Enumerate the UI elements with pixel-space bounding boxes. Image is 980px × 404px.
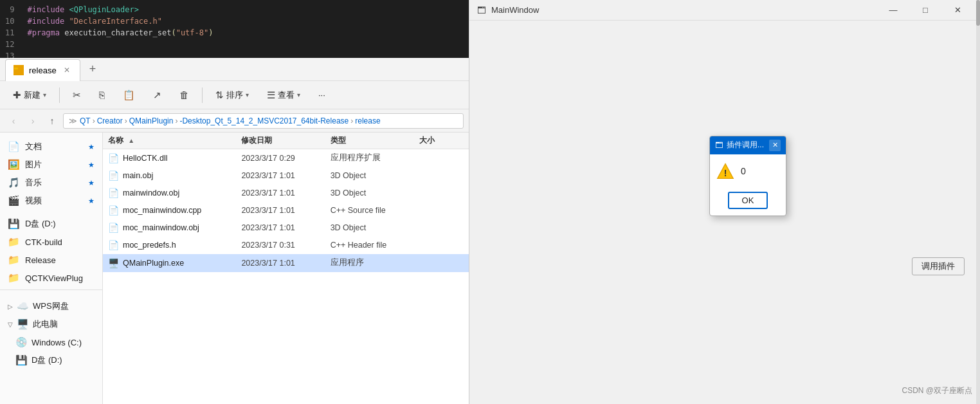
new-button[interactable]: ✚ 新建 ▾ (8, 87, 51, 104)
qa-pictures[interactable]: 🖼️ 图片 ★ (0, 156, 102, 174)
file-icon-dll: 📄 (108, 153, 119, 163)
dialog-message: 0 (741, 166, 746, 176)
sort-icon: ⇅ (215, 89, 224, 101)
copy-button[interactable]: ⎘ (94, 87, 110, 103)
expand-icon: ▷ (8, 303, 13, 310)
svg-text:!: ! (724, 168, 727, 178)
scrollbar-thumb[interactable] (976, 0, 980, 26)
pin-icon-3: ★ (88, 179, 95, 187)
file-row-helloctkdll[interactable]: 📄 HelloCTK.dll 2023/3/17 0:29 应用程序扩展 (103, 149, 469, 167)
tab-add-btn[interactable]: + (86, 62, 100, 76)
expand-icon-2: ▽ (8, 321, 13, 328)
nav-back-btn[interactable]: ‹ (5, 113, 22, 129)
disk-c-icon: 💿 (15, 336, 28, 348)
breadcrumb-icon: ≫ (69, 116, 77, 125)
separator-1 (59, 87, 60, 103)
video-icon: 🎬 (8, 195, 20, 207)
copy-icon: ⎘ (99, 89, 105, 100)
chevron-down-icon-2: ▾ (246, 91, 249, 98)
breadcrumb-sep-3: › (175, 116, 177, 125)
file-list: 名称 ▲ 修改日期 类型 大小 📄 HelloCTK.dll 2023/3/17… (103, 133, 469, 404)
documents-icon: 📄 (8, 141, 20, 152)
qa-release[interactable]: 📁 Release (0, 251, 102, 269)
qa-videos[interactable]: 🎬 视频 ★ (0, 192, 102, 210)
delete-button[interactable]: 🗑 (174, 87, 194, 103)
col-header-name[interactable]: 名称 ▲ (108, 135, 241, 146)
address-bar[interactable]: ≫ QT › Creator › QMainPlugin › -Desktop_… (63, 113, 464, 129)
pictures-icon: 🖼️ (8, 159, 20, 170)
file-row-moc-cpp[interactable]: 📄 moc_mainwindow.cpp 2023/3/17 1:01 C++ … (103, 202, 469, 219)
cloud-icon: ☁️ (17, 300, 29, 312)
pc-icon: 🖥️ (17, 318, 29, 330)
qa-music[interactable]: 🎵 音乐 ★ (0, 174, 102, 192)
pin-icon-4: ★ (88, 197, 95, 205)
right-scrollbar[interactable] (976, 0, 980, 404)
pin-icon-2: ★ (88, 161, 95, 169)
file-icon-obj2: 📄 (108, 188, 119, 198)
qa-d-drive[interactable]: 💾 D盘 (D:) (0, 215, 102, 233)
qa-windows-c[interactable]: 💿 Windows (C:) (0, 333, 102, 351)
window-icon: 🗔 (477, 5, 486, 15)
qa-qctkview[interactable]: 📁 QCTKViewPlug (0, 269, 102, 287)
main-window-content: 🗔 插件调用... ✕ ! 0 OK 调用插件 (469, 21, 980, 404)
delete-icon: 🗑 (179, 89, 189, 100)
file-list-header: 名称 ▲ 修改日期 类型 大小 (103, 133, 469, 149)
nav-up-btn[interactable]: ↑ (44, 113, 60, 129)
code-content: #include <QPluginLoader> #include "Decla… (19, 0, 469, 58)
col-header-size[interactable]: 大小 (419, 135, 464, 146)
disk-d-icon: 💾 (15, 354, 28, 366)
main-window-titlebar: 🗔 MainWindow — □ ✕ (469, 0, 980, 21)
qa-wps-cloud[interactable]: ▷ ☁️ WPS网盘 (0, 297, 102, 315)
file-row-exe[interactable]: 🖥️ QMainPlugin.exe 2023/3/17 1:01 应用程序 (103, 254, 469, 272)
file-row-moc-obj[interactable]: 📄 moc_mainwindow.obj 2023/3/17 1:01 3D O… (103, 219, 469, 237)
col-header-date[interactable]: 修改日期 (241, 135, 330, 146)
folder-icon-release: 📁 (8, 254, 20, 266)
maximize-button[interactable]: □ (911, 0, 940, 21)
csdn-watermark: CSDN @双子座断点 (902, 385, 972, 396)
window-title-text: MainWindow (491, 5, 539, 15)
breadcrumb-creator[interactable]: Creator (97, 116, 123, 125)
nav-bar: ‹ › ↑ ≫ QT › Creator › QMainPlugin › -De… (0, 109, 469, 133)
window-controls: — □ ✕ (878, 0, 972, 21)
nav-forward-btn[interactable]: › (24, 113, 41, 129)
close-button[interactable]: ✕ (943, 0, 972, 21)
minimize-button[interactable]: — (878, 0, 908, 21)
window-title: 🗔 MainWindow (477, 5, 539, 15)
qa-this-pc[interactable]: ▽ 🖥️ 此电脑 (0, 315, 102, 333)
drive-icon: 💾 (8, 218, 20, 230)
folder-icon-qctk: 📁 (8, 272, 20, 284)
share-button[interactable]: ↗ (148, 87, 167, 104)
breadcrumb-plugin[interactable]: QMainPlugin (129, 116, 174, 125)
qa-d-drive-2[interactable]: 💾 D盘 (D:) (0, 351, 102, 369)
dialog-title-icon: 🗔 (715, 141, 723, 150)
file-row-moc-predefs[interactable]: 📄 moc_predefs.h 2023/3/17 0:31 C++ Heade… (103, 237, 469, 254)
file-icon-cpp: 📄 (108, 205, 119, 216)
tab-release[interactable]: release ✕ (5, 59, 80, 81)
sort-button[interactable]: ⇅ 排序 ▾ (210, 87, 254, 104)
dialog-close-button[interactable]: ✕ (769, 140, 781, 151)
breadcrumb-release[interactable]: release (355, 116, 380, 125)
plugin-dialog: 🗔 插件调用... ✕ ! 0 OK (709, 136, 786, 216)
folder-icon (14, 65, 24, 75)
paste-button[interactable]: 📋 (118, 87, 140, 104)
dialog-ok-button[interactable]: OK (728, 192, 768, 209)
dialog-title-label: 插件调用... (727, 140, 764, 151)
music-icon: 🎵 (8, 177, 20, 188)
more-button[interactable]: ··· (313, 87, 331, 102)
col-header-type[interactable]: 类型 (331, 135, 419, 146)
chevron-down-icon: ▾ (43, 91, 46, 98)
file-row-mainobj[interactable]: 📄 main.obj 2023/3/17 1:01 3D Object (103, 167, 469, 185)
tab-close-btn[interactable]: ✕ (62, 65, 72, 75)
file-row-mainwindowobj[interactable]: 📄 mainwindow.obj 2023/3/17 1:01 3D Objec… (103, 185, 469, 202)
dialog-footer: OK (710, 188, 786, 216)
svg-rect-1 (14, 68, 18, 69)
call-plugin-button[interactable]: 调用插件 (912, 257, 965, 275)
qa-documents[interactable]: 📄 文档 ★ (0, 138, 102, 156)
view-button[interactable]: ☰ 查看 ▾ (262, 87, 305, 104)
qa-ctk-build[interactable]: 📁 CTK-build (0, 233, 102, 251)
breadcrumb-qt[interactable]: QT (80, 116, 91, 125)
cut-button[interactable]: ✂ (68, 87, 86, 104)
breadcrumb-sep-1: › (93, 116, 95, 125)
file-icon-obj1: 📄 (108, 170, 119, 181)
breadcrumb-desktop[interactable]: -Desktop_Qt_5_14_2_MSVC2017_64bit-Releas… (179, 116, 349, 125)
